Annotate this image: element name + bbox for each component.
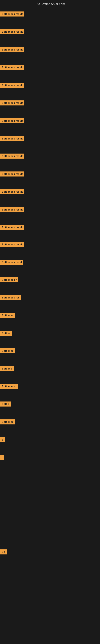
bottleneck-badge-17: Bottleneck res [0, 295, 21, 300]
bottleneck-badge-2: Bottleneck result [0, 29, 24, 34]
site-title: TheBottlenecker.com [0, 1, 100, 7]
bottleneck-row-1: Bottleneck result [0, 12, 24, 17]
bottleneck-row-22: Bottleneck r [0, 384, 18, 390]
bottleneck-row-16: Bottleneck r [0, 277, 18, 283]
bottleneck-row-5: Bottleneck result [0, 83, 24, 88]
bottleneck-row-11: Bottleneck result [0, 189, 24, 195]
bottleneck-row-27: Bo [0, 550, 7, 555]
bottleneck-badge-9: Bottleneck result [0, 154, 24, 158]
bottleneck-row-7: Bottleneck result [0, 118, 24, 124]
page-container: TheBottlenecker.com Bottleneck resultBot… [0, 0, 100, 644]
bottleneck-badge-4: Bottleneck result [0, 65, 24, 70]
bottleneck-badge-21: Bottlene [0, 366, 14, 371]
bottleneck-badge-27: Bo [0, 550, 7, 554]
bottleneck-badge-23: Bottle [0, 402, 11, 406]
bottleneck-row-19: Bottlen [0, 331, 12, 336]
bottleneck-badge-14: Bottleneck result [0, 242, 24, 247]
bottleneck-badge-3: Bottleneck result [0, 47, 24, 52]
bottleneck-badge-7: Bottleneck result [0, 118, 24, 123]
bottleneck-row-13: Bottleneck result [0, 225, 24, 231]
bottleneck-row-24: Bottlenec [0, 420, 15, 425]
bottleneck-badge-16: Bottleneck r [0, 277, 18, 282]
bottleneck-row-3: Bottleneck result [0, 47, 24, 53]
bottleneck-row-10: Bottleneck result [0, 172, 24, 177]
bottleneck-badge-8: Bottleneck result [0, 136, 24, 141]
bottleneck-row-12: Bottleneck result [0, 207, 24, 213]
bottleneck-badge-10: Bottleneck result [0, 172, 24, 176]
bottleneck-badge-6: Bottleneck result [0, 100, 24, 106]
bottleneck-row-6: Bottleneck result [0, 100, 24, 106]
bottleneck-row-15: Bottleneck resul [0, 260, 23, 266]
bottleneck-badge-26: | [0, 455, 4, 460]
bottleneck-badge-1: Bottleneck result [0, 12, 24, 16]
bottleneck-row-8: Bottleneck result [0, 136, 24, 142]
bottleneck-badge-20: Bottlenec [0, 348, 15, 354]
bottleneck-row-23: Bottle [0, 402, 11, 407]
bottleneck-row-20: Bottlenec [0, 348, 15, 354]
bottleneck-row-2: Bottleneck result [0, 29, 24, 35]
bottleneck-badge-12: Bottleneck result [0, 207, 24, 212]
bottleneck-row-26: | [0, 455, 4, 461]
bottleneck-row-9: Bottleneck result [0, 154, 24, 160]
bottleneck-badge-15: Bottleneck resul [0, 260, 23, 265]
bottleneck-badge-25: B [0, 437, 5, 442]
bottleneck-badge-19: Bottlen [0, 331, 12, 336]
bottleneck-row-21: Bottlene [0, 366, 14, 372]
bottleneck-badge-13: Bottleneck result [0, 225, 24, 230]
bottleneck-row-17: Bottleneck res [0, 295, 21, 301]
bottleneck-badge-11: Bottleneck result [0, 189, 24, 194]
bottleneck-row-14: Bottleneck result [0, 242, 24, 248]
bottleneck-badge-18: Bottlenec [0, 313, 15, 318]
bottleneck-row-4: Bottleneck result [0, 65, 24, 71]
bottleneck-badge-22: Bottleneck r [0, 384, 18, 389]
bottleneck-badge-24: Bottlenec [0, 420, 15, 424]
bottleneck-row-25: B [0, 437, 5, 443]
bottleneck-row-18: Bottlenec [0, 313, 15, 318]
bottleneck-badge-5: Bottleneck result [0, 83, 24, 88]
